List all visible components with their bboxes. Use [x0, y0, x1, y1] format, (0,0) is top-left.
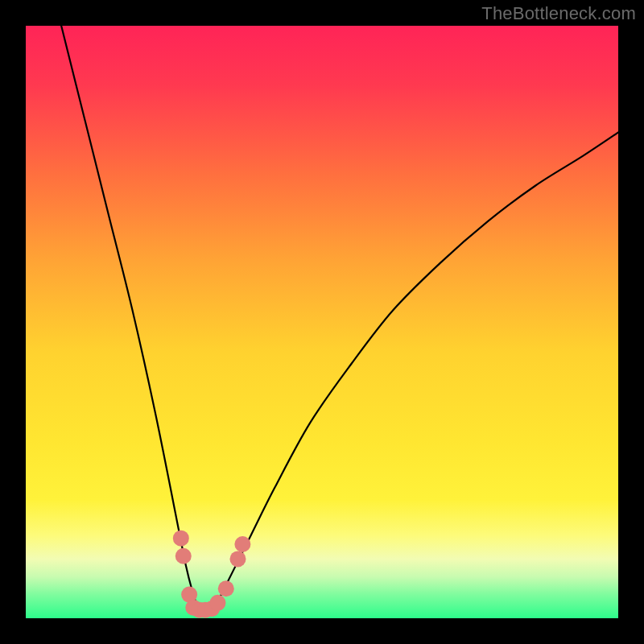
watermark-text: TheBottleneck.com	[481, 3, 636, 24]
gradient-background	[26, 26, 618, 618]
highlight-dot	[209, 595, 225, 611]
highlight-dot	[234, 536, 250, 552]
plot-area	[26, 26, 618, 618]
chart-frame: TheBottleneck.com	[0, 0, 644, 644]
highlight-dot	[229, 551, 246, 567]
highlight-dot	[175, 548, 192, 564]
chart-svg	[26, 26, 618, 618]
highlight-dot	[218, 580, 234, 597]
highlight-dot	[173, 530, 189, 547]
